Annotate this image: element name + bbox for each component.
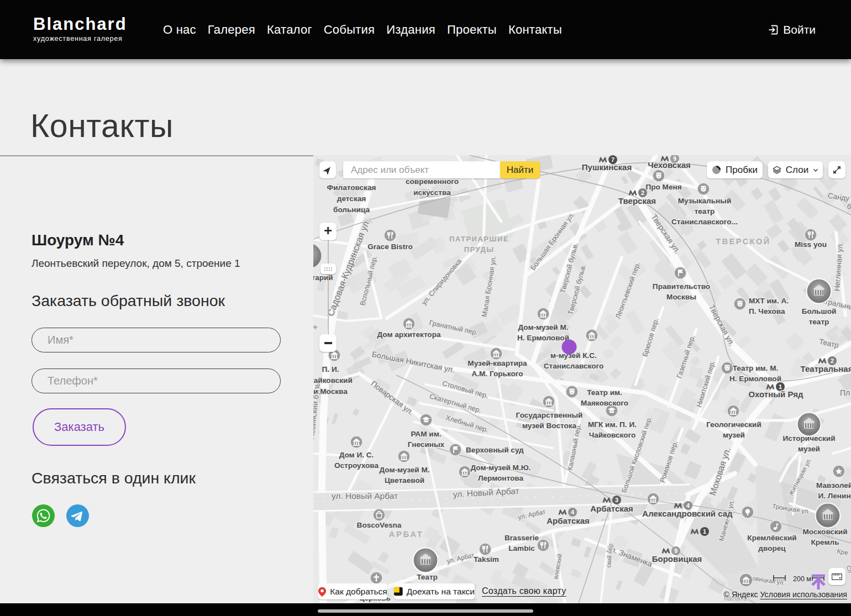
svg-text:Чайковского: Чайковского: [589, 431, 636, 439]
svg-text:А.М. Горького: А.М. Горького: [471, 370, 523, 378]
svg-text:Лермонтова: Лермонтова: [478, 474, 524, 482]
svg-text:Музыкальный: Музыкальный: [678, 197, 732, 205]
svg-text:Московский: Московский: [802, 528, 847, 536]
svg-text:Исторический: Исторический: [782, 434, 835, 443]
svg-text:Гнесиных: Гнесиных: [408, 440, 445, 449]
svg-text:Пл: Пл: [840, 388, 850, 397]
svg-text:Остроухова: Остроухова: [334, 461, 379, 470]
svg-text:больница: больница: [333, 206, 370, 214]
svg-text:1: 1: [703, 528, 706, 535]
svg-text:Арбатская: Арбатская: [590, 504, 633, 513]
svg-text:музей Востока: музей Востока: [522, 422, 577, 430]
svg-text:Маяковского: Маяковского: [581, 399, 628, 407]
svg-text:МГК им. П. И.: МГК им. П. И.: [588, 420, 637, 429]
svg-text:и Москва: и Москва: [313, 387, 348, 396]
svg-text:Мавзолей: Мавзолей: [816, 481, 851, 489]
svg-text:Grace Bistro: Grace Bistro: [367, 243, 413, 251]
svg-text:Государственный: Государственный: [516, 411, 583, 419]
svg-text:Дом И. С.: Дом И. С.: [339, 451, 374, 459]
svg-text:4: 4: [571, 509, 575, 515]
svg-text:театр: театр: [809, 318, 829, 326]
svg-text:Чайковский: Чайковский: [313, 376, 353, 385]
svg-text:П. Чехова: П. Чехова: [749, 307, 785, 315]
svg-text:музей: музей: [723, 431, 745, 439]
svg-text:Театр: Театр: [417, 573, 438, 581]
svg-text:7: 7: [611, 156, 614, 163]
svg-text:П. И.: П. И.: [322, 365, 339, 373]
svg-text:дворец: дворец: [758, 544, 786, 552]
svg-text:ул. Новый Арбат: ул. Новый Арбат: [332, 491, 398, 501]
svg-text:Арбатская: Арбатская: [547, 516, 590, 525]
svg-text:детская: детская: [337, 194, 366, 203]
svg-text:Чеховская: Чеховская: [648, 160, 691, 170]
svg-text:Музей-квартира: Музей-квартира: [467, 359, 527, 367]
svg-text:Филатовская: Филатовская: [327, 183, 376, 192]
svg-text:Н. Ермоловой: Н. Ермоловой: [517, 334, 569, 342]
svg-text:Большой: Большой: [802, 307, 837, 315]
svg-text:Lambic: Lambic: [508, 544, 535, 552]
svg-text:2: 2: [831, 357, 834, 364]
svg-text:б: б: [847, 202, 851, 211]
svg-text:искусства: искусства: [413, 188, 451, 197]
svg-text:МХТ им. А.: МХТ им. А.: [749, 297, 789, 305]
svg-text:Станиславского...: Станиславского...: [671, 218, 738, 226]
svg-text:ПРУДЫ: ПРУДЫ: [464, 245, 495, 254]
svg-text:Охотный Ряд: Охотный Ряд: [748, 389, 803, 399]
svg-text:Театральная: Театральная: [801, 364, 851, 373]
svg-text:Пушкинская: Пушкинская: [582, 162, 632, 172]
svg-text:Н. Ермоловой: Н. Ермоловой: [729, 375, 781, 383]
svg-text:Дом архитектора: Дом архитектора: [377, 330, 441, 339]
svg-text:театр: театр: [695, 207, 715, 215]
svg-text:музей: музей: [798, 445, 820, 453]
svg-text:современного: современного: [406, 177, 459, 186]
svg-text:9: 9: [674, 547, 677, 554]
svg-text:4: 4: [686, 502, 690, 509]
svg-text:Верховный суд: Верховный суд: [466, 446, 524, 454]
svg-text:Дом-музей М.: Дом-музей М.: [379, 466, 429, 474]
svg-text:Станиславского: Станиславского: [544, 362, 604, 370]
svg-text:Кремлёвский: Кремлёвский: [747, 534, 796, 542]
svg-text:ТВЕРСКОЙ: ТВЕРСКОЙ: [716, 236, 770, 246]
svg-text:Taksim: Taksim: [474, 555, 499, 564]
svg-text:Боровицкая: Боровицкая: [652, 554, 702, 564]
svg-text:Театр им.: Театр им.: [587, 388, 622, 397]
svg-text:Про Меня: Про Меня: [645, 183, 681, 191]
svg-text:Правительство: Правительство: [653, 282, 710, 291]
svg-text:BoscoVesna: BoscoVesna: [357, 521, 402, 529]
svg-text:Театр им. М.: Театр им. М.: [733, 364, 779, 372]
svg-text:Кремль: Кремль: [811, 538, 839, 546]
svg-text:Цветаевой: Цветаевой: [385, 476, 424, 485]
svg-text:Геологический: Геологический: [706, 420, 761, 429]
svg-text:Miss you: Miss you: [795, 240, 827, 249]
svg-text:И. Ленин: И. Ленин: [818, 492, 850, 500]
svg-text:Александровский сад: Александровский сад: [642, 509, 733, 518]
svg-text:тарий: тарий: [313, 273, 333, 282]
svg-text:1: 1: [779, 383, 782, 390]
svg-text:2: 2: [641, 189, 644, 196]
svg-text:АРБАТ: АРБАТ: [389, 529, 424, 539]
svg-text:Тверская: Тверская: [618, 196, 656, 206]
svg-text:Brasserie: Brasserie: [505, 534, 539, 542]
svg-text:Москвы: Москвы: [666, 293, 696, 301]
svg-text:Дом-музей М.Ю.: Дом-музей М.Ю.: [471, 464, 531, 472]
svg-text:3: 3: [615, 497, 618, 503]
svg-text:ПАТРИАРШИЕ: ПАТРИАРШИЕ: [449, 235, 509, 243]
svg-text:Дом-музей М.: Дом-музей М.: [518, 323, 568, 331]
svg-text:РАМ им.: РАМ им.: [411, 430, 442, 438]
